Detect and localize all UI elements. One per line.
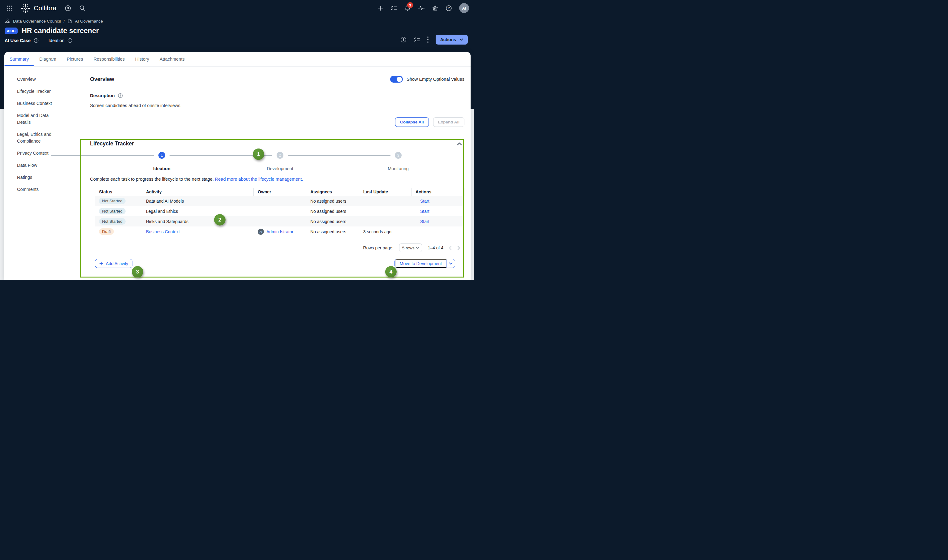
rows-per-page-label: Rows per page: [363,245,394,250]
search-icon[interactable] [79,5,85,11]
status-badge: Not Started [99,198,126,204]
activities-table: StatusActivityOwnerAssigneesLast UpdateA… [95,188,465,237]
compass-icon[interactable] [65,5,71,11]
lifecycle-stepper: 1 Ideation 2 Development 3 Monitoring [103,152,457,171]
collibra-logo[interactable]: Collibra [21,3,57,13]
status-badge: Not Started [99,218,126,225]
rows-per-page-select[interactable]: 5 rows [399,243,422,252]
sidebar-item-overview[interactable]: Overview [17,76,63,83]
table-row-risks-and-safeguards: Not Started Risks and Safeguards No assi… [95,216,465,226]
breadcrumb-domain-link[interactable]: AI Governance [75,19,103,23]
community-icon [5,18,10,23]
breadcrumb-separator: / [64,19,65,23]
collapse-all-button[interactable]: Collapse All [395,117,429,127]
activity-pulse-icon[interactable] [418,5,425,11]
assignees-text: No assigned users [310,198,346,203]
pagination: Rows per page: 5 rows 1–4 of 4 [90,243,460,252]
expand-all-button[interactable]: Expand All [433,117,465,127]
sidebar-item-data-flow[interactable]: Data Flow [17,162,63,169]
asset-header: AIUC HR candidate screener [0,23,474,35]
stage-info-icon[interactable] [68,38,72,43]
section-nav: OverviewLifecycle TrackerBusiness Contex… [4,66,78,280]
sidebar-item-ratings[interactable]: Ratings [17,174,63,181]
add-activity-button[interactable]: Add Activity [95,259,132,268]
sidebar-item-model-and-data-details[interactable]: Model and Data Details [17,112,63,126]
stage-monitoring[interactable]: 3 Monitoring [339,152,457,171]
start-action-link[interactable]: Start [420,198,429,203]
start-action-link[interactable]: Start [420,209,429,214]
move-options-chevron-icon[interactable] [446,259,455,268]
help-icon[interactable]: ? [446,5,452,11]
kebab-menu-icon[interactable] [427,36,429,43]
create-plus-icon[interactable] [377,5,383,11]
previous-page-icon[interactable] [449,246,452,250]
asset-tasks-icon[interactable] [413,37,420,42]
tab-diagram[interactable]: Diagram [34,52,62,66]
status-badge: Not Started [99,208,126,214]
sidebar-item-lifecycle-tracker[interactable]: Lifecycle Tracker [17,88,63,95]
owner-avatar: AI [258,229,264,235]
header-action-cluster: Actions [400,35,468,45]
chevron-down-icon [459,38,463,41]
page-title: HR candidate screener [22,27,99,35]
description-info-icon[interactable] [118,93,123,98]
marketplace-basket-icon[interactable] [432,5,439,11]
lifecycle-actions-row: Add Activity Move to Development [95,259,455,268]
column-header-owner: Owner [254,188,306,196]
tab-pictures[interactable]: Pictures [62,52,88,66]
user-avatar[interactable]: AI [459,3,469,13]
tab-attachments[interactable]: Attachments [154,52,190,66]
chevron-up-icon[interactable] [457,142,462,145]
app-grid-icon[interactable] [7,5,13,11]
brand-wordmark: Collibra [34,4,57,12]
assignees-text: No assigned users [310,209,346,214]
tab-history[interactable]: History [130,52,154,66]
activity-label[interactable]: Legal and Ethics [146,209,178,214]
stage-number: 2 [277,152,283,159]
sidebar-item-legal-ethics-and-compliance[interactable]: Legal, Ethics and Compliance [17,131,63,145]
tab-bar: SummaryDiagramPicturesResponsibilitiesHi… [4,52,471,66]
pagination-range-text: 1–4 of 4 [428,245,443,250]
page: Collibra 3 [0,0,474,280]
asset-type-badge: AIUC [5,28,18,34]
top-bar: Collibra 3 [0,0,474,16]
column-header-assignees: Assignees [306,188,359,196]
table-row-data-and-ai-models: Not Started Data and AI Models No assign… [95,196,465,206]
activity-label[interactable]: Data and AI Models [146,198,184,203]
tab-summary[interactable]: Summary [4,52,34,66]
main-content: Overview Show Empty Optional Values Desc… [78,66,471,280]
notifications-bell-icon[interactable]: 3 [405,5,411,11]
notification-count-badge: 3 [407,2,413,8]
plus-icon [99,262,103,265]
activity-label[interactable]: Business Context [146,229,180,234]
activity-label[interactable]: Risks and Safeguards [146,219,188,224]
svg-text:?: ? [448,6,450,10]
domain-icon [68,19,72,23]
stage-number: 3 [395,152,402,159]
column-header-activity: Activity [142,188,254,196]
move-to-development-button[interactable]: Move to Development [395,259,446,268]
lifecycle-tracker-title: Lifecycle Tracker [90,140,134,147]
tab-responsibilities[interactable]: Responsibilities [88,52,130,66]
stage-label: Development [267,166,293,171]
chevron-down-icon [416,247,419,249]
column-header-status: Status [95,188,142,196]
start-action-link[interactable]: Start [420,219,429,224]
status-badge: Draft [99,228,114,235]
breadcrumb-community-link[interactable]: Data Governance Council [13,19,61,23]
asset-info-icon[interactable] [400,37,406,43]
asset-type-label: AI Use Case [5,38,31,43]
description-label: Description [90,93,115,98]
sidebar-item-business-context[interactable]: Business Context [17,100,63,107]
next-page-icon[interactable] [457,246,460,250]
lifecycle-helper-link[interactable]: Read more about the lifecycle management… [215,177,303,182]
show-empty-values-toggle[interactable] [390,76,403,83]
column-header-actions: Actions [411,188,465,196]
sidebar-item-comments[interactable]: Comments [17,186,63,193]
owner-link[interactable]: Admin Istrator [266,229,293,234]
actions-button[interactable]: Actions [436,35,468,45]
tasks-icon[interactable] [391,5,397,11]
table-row-legal-and-ethics: Not Started Legal and Ethics No assigned… [95,206,465,216]
last-update-text: 3 seconds ago [363,229,391,234]
type-info-icon[interactable] [34,38,38,43]
